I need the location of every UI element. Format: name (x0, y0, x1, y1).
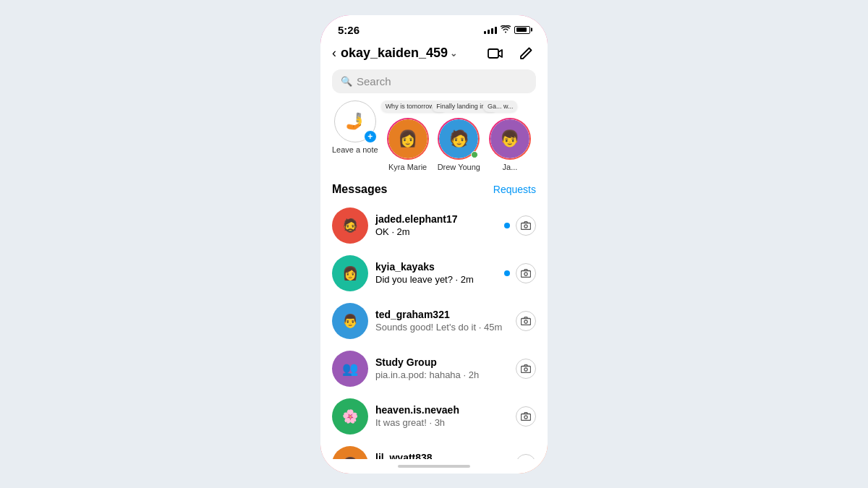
message-item[interactable]: 👩 kyia_kayaks Did you leave yet? · 2m (320, 249, 548, 297)
story-item-leave-note[interactable]: 🤳 + Leave a note (332, 100, 378, 171)
message-preview: Did you leave yet? · 2m (375, 274, 497, 285)
message-item[interactable]: 👦 lil_wyatt838 that's awesome! · 3d (320, 440, 548, 459)
message-avatar: 👨 (332, 303, 368, 339)
svg-rect-1 (522, 223, 531, 229)
nav-actions (485, 43, 536, 64)
message-actions (516, 406, 536, 427)
partial-label: Ja... (503, 163, 518, 171)
message-username: kyia_kayaks (375, 261, 497, 273)
svg-rect-0 (488, 49, 498, 58)
svg-rect-7 (522, 366, 531, 372)
story-item-partial[interactable]: Ga... w... 👦 Ja... (489, 100, 531, 171)
camera-button[interactable] (516, 406, 536, 427)
message-preview: pia.in.a.pod: hahaha · 2h (375, 369, 509, 380)
wifi-icon (501, 25, 511, 35)
message-avatar: 👥 (332, 351, 368, 387)
battery-icon (514, 26, 530, 34)
username-title[interactable]: okay_kaiden_459 ⌄ (341, 46, 485, 61)
svg-point-4 (524, 272, 527, 275)
message-preview: OK · 2m (375, 226, 497, 237)
compose-button[interactable] (516, 43, 536, 64)
unread-indicator (504, 223, 510, 228)
svg-point-6 (524, 320, 527, 322)
message-username: ted_graham321 (375, 309, 509, 320)
message-item[interactable]: 👨 ted_graham321 Sounds good! Let's do it… (320, 297, 548, 345)
drew-label: Drew Young (438, 163, 480, 171)
leave-note-label: Leave a note (332, 145, 378, 154)
message-actions (504, 215, 536, 236)
message-username: jaded.elephant17 (375, 213, 497, 225)
partial-avatar: 👦 (489, 118, 531, 160)
message-item[interactable]: 👥 Study Group pia.in.a.pod: hahaha · 2h (320, 345, 548, 393)
svg-point-10 (524, 415, 527, 418)
camera-button[interactable] (516, 454, 536, 459)
svg-rect-9 (522, 414, 531, 420)
message-username: Study Group (375, 356, 509, 368)
search-input[interactable]: Search (357, 75, 391, 87)
back-button[interactable]: ‹ (332, 46, 336, 61)
home-indicator (320, 459, 548, 474)
message-actions (516, 359, 536, 379)
search-icon: 🔍 (341, 76, 352, 87)
camera-button[interactable] (516, 215, 536, 236)
chevron-down-icon: ⌄ (450, 48, 457, 59)
leave-note-emoji: 🤳 (345, 112, 365, 131)
svg-rect-5 (522, 318, 531, 325)
messages-title: Messages (332, 183, 388, 196)
message-avatar: 👩 (332, 255, 368, 291)
username-text: okay_kaiden_459 (341, 46, 448, 61)
kyra-avatar: 👩 (387, 118, 429, 160)
story-item-kyra[interactable]: Why is tomorrow Monday!? 😨 👩 Kyra Marie (387, 100, 429, 171)
message-item[interactable]: 🌸 heaven.is.nevaeh It was great! · 3h (320, 393, 548, 440)
partial-note-bubble: Ga... w... (483, 100, 518, 112)
message-actions (516, 311, 536, 331)
add-note-button[interactable]: + (364, 130, 377, 143)
message-content: heaven.is.nevaeh It was great! · 3h (375, 404, 509, 428)
camera-button[interactable] (516, 359, 536, 379)
leave-note-avatar: 🤳 + (334, 100, 376, 142)
nav-header: ‹ okay_kaiden_459 ⌄ (320, 39, 548, 69)
stories-row: 🤳 + Leave a note Why is tomorrow Monday!… (320, 100, 548, 180)
message-actions (504, 263, 536, 283)
messages-header: Messages Requests (320, 180, 548, 202)
partial-avatar-wrap: Ga... w... 👦 (489, 118, 531, 160)
unread-indicator (504, 270, 510, 276)
message-list: 🧔 jaded.elephant17 OK · 2m (320, 202, 548, 459)
camera-button[interactable] (516, 263, 536, 283)
message-preview: Sounds good! Let's do it · 45m (375, 322, 509, 333)
svg-point-8 (524, 367, 527, 370)
home-bar (398, 465, 470, 468)
message-username: heaven.is.nevaeh (375, 404, 509, 416)
message-preview: It was great! · 3h (375, 417, 509, 428)
message-username: lil_wyatt838 (375, 452, 509, 459)
status-time: 5:26 (338, 24, 359, 36)
online-indicator (471, 151, 478, 158)
message-avatar: 🧔 (332, 207, 368, 244)
story-item-drew[interactable]: Finally landing in NYC! ❤️ 🧑 Drew Young (438, 100, 480, 171)
status-bar: 5:26 (320, 15, 548, 39)
message-content: kyia_kayaks Did you leave yet? · 2m (375, 261, 497, 285)
phone-inner: 5:26 (320, 15, 548, 474)
message-actions (516, 454, 536, 459)
message-content: jaded.elephant17 OK · 2m (375, 213, 497, 237)
camera-button[interactable] (516, 311, 536, 331)
kyra-avatar-wrap: Why is tomorrow Monday!? 😨 👩 (387, 118, 429, 160)
status-icons (484, 25, 530, 35)
leave-note-avatar-wrap: 🤳 + (334, 100, 376, 142)
svg-rect-3 (522, 270, 531, 277)
phone-frame: 5:26 (318, 13, 550, 476)
requests-button[interactable]: Requests (493, 184, 536, 195)
message-avatar: 🌸 (332, 398, 368, 435)
kyra-label: Kyra Marie (388, 163, 427, 171)
message-content: lil_wyatt838 that's awesome! · 3d (375, 452, 509, 459)
message-content: ted_graham321 Sounds good! Let's do it ·… (375, 309, 509, 333)
search-bar[interactable]: 🔍 Search (332, 69, 536, 93)
message-item[interactable]: 🧔 jaded.elephant17 OK · 2m (320, 202, 548, 249)
message-content: Study Group pia.in.a.pod: hahaha · 2h (375, 356, 509, 380)
drew-avatar-wrap: Finally landing in NYC! ❤️ 🧑 (438, 118, 480, 160)
svg-point-2 (524, 224, 527, 227)
video-button[interactable] (485, 43, 506, 64)
signal-icon (484, 25, 497, 34)
message-avatar: 👦 (332, 446, 368, 459)
